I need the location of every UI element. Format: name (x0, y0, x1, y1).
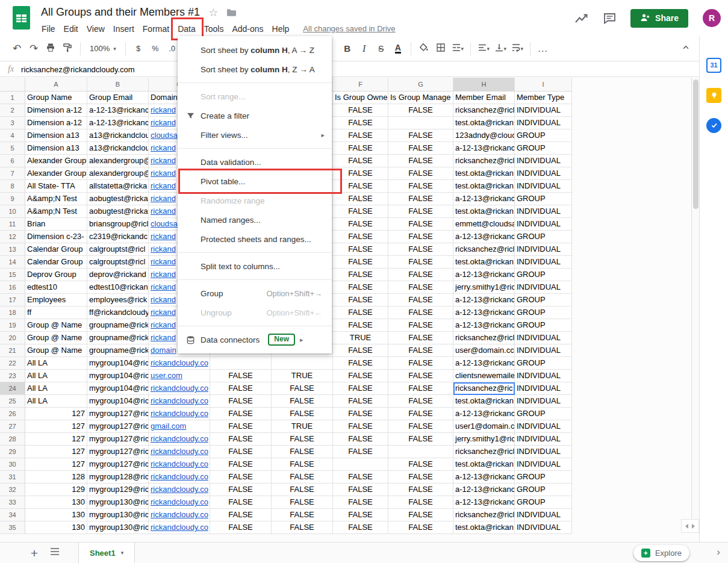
menu-item-protected-sheets-and-ranges[interactable]: Protected sheets and ranges... (178, 229, 332, 249)
cell-A10[interactable]: A&amp;N Test (25, 205, 87, 218)
cell-H23[interactable]: clientsnewemaile (453, 370, 515, 382)
menu-tools[interactable]: Tools (200, 23, 228, 35)
cell-A28[interactable]: 127 (25, 433, 87, 446)
select-all-corner[interactable] (0, 78, 25, 92)
print-button[interactable] (42, 40, 59, 57)
cell-I24[interactable]: INDIVIDUAL (515, 382, 572, 395)
cell-B22[interactable]: mygroup104@ric (87, 357, 149, 370)
collapse-toolbar-button[interactable] (677, 40, 694, 57)
row-header-17[interactable]: 17 (0, 294, 25, 306)
cell-G22[interactable]: FALSE (388, 357, 453, 370)
tasks-icon[interactable] (706, 117, 723, 134)
cell-B25[interactable]: mygroup104@ric (87, 395, 149, 408)
cell-I23[interactable]: INDIVIDUAL (515, 370, 572, 382)
cell-H22[interactable]: a-12-13@rickanc (453, 357, 515, 370)
cell-D29[interactable]: FALSE (210, 446, 272, 458)
cell-H31[interactable]: a-12-13@rickanc (453, 471, 515, 484)
cell-B18[interactable]: ff@rickandcloudy (87, 306, 149, 319)
cell-F18[interactable]: FALSE (333, 306, 388, 319)
cell-E25[interactable]: FALSE (272, 395, 333, 408)
cell-F34[interactable]: FALSE (333, 509, 388, 521)
row-header-34[interactable]: 34 (0, 509, 25, 521)
cell-D25[interactable]: FALSE (210, 395, 272, 408)
all-sheets-button[interactable] (47, 545, 63, 561)
cell-H18[interactable]: a-12-13@rickanc (453, 306, 515, 319)
cell-B19[interactable]: groupname@rick (87, 319, 149, 332)
cell-A33[interactable]: 130 (25, 496, 87, 509)
formula-input[interactable]: ricksanchez@rickandcloudy.com (21, 65, 699, 74)
cell-I19[interactable]: GROUP (515, 319, 572, 332)
cell-E24[interactable]: FALSE (272, 382, 333, 395)
cell-C29[interactable]: rickandcloudy.co (149, 446, 210, 458)
document-title[interactable]: All Groups and their Members #1 (41, 6, 200, 19)
cell-G3[interactable] (388, 117, 453, 129)
cell-D34[interactable]: FALSE (210, 509, 272, 521)
row-header-19[interactable]: 19 (0, 319, 25, 332)
cell-G1[interactable]: Is Group Manage (388, 92, 453, 104)
cell-I5[interactable]: GROUP (515, 142, 572, 155)
menu-item-create-filter[interactable]: Create a filter (178, 106, 332, 125)
menu-item-data-connectors[interactable]: Data connectorsNew▸ (178, 330, 332, 349)
row-header-10[interactable]: 10 (0, 205, 25, 218)
cell-F6[interactable]: FALSE (333, 155, 388, 167)
cell-H9[interactable]: a-12-13@rickanc (453, 193, 515, 205)
menu-item-sort-sheet-az[interactable]: Sort sheet by column H, A → Z (178, 40, 332, 60)
fill-color-button[interactable] (415, 40, 432, 57)
cell-B7[interactable]: alexandergroup@ (87, 167, 149, 180)
cell-B34[interactable]: mygroup130@ric (87, 509, 149, 521)
horizontal-align-button[interactable]: ▾ (475, 40, 492, 57)
cell-I35[interactable]: INDIVIDUAL (515, 521, 572, 534)
cell-I3[interactable]: INDIVIDUAL (515, 117, 572, 129)
cell-A22[interactable]: All LA (25, 357, 87, 370)
vertical-align-button[interactable]: ▾ (492, 40, 509, 57)
cell-E30[interactable]: FALSE (272, 458, 333, 471)
cell-F22[interactable]: FALSE (333, 357, 388, 370)
cell-A34[interactable]: 130 (25, 509, 87, 521)
cell-E35[interactable]: FALSE (272, 521, 333, 534)
cell-B23[interactable]: mygroup104@ric (87, 370, 149, 382)
scroll-right-icon[interactable] (692, 524, 695, 529)
cell-G14[interactable]: FALSE (388, 256, 453, 269)
cell-B27[interactable]: mygroup127@ric (87, 420, 149, 433)
column-header-A[interactable]: A (25, 78, 87, 92)
cell-A13[interactable]: Calendar Group (25, 243, 87, 256)
row-header-8[interactable]: 8 (0, 180, 25, 193)
cell-D22[interactable] (210, 357, 272, 370)
undo-button[interactable]: ↶ (8, 40, 25, 57)
strikethrough-button[interactable]: S (373, 40, 390, 57)
cell-C25[interactable]: rickandcloudy.co (149, 395, 210, 408)
row-header-28[interactable]: 28 (0, 433, 25, 446)
cell-E22[interactable] (272, 357, 333, 370)
keep-icon[interactable] (706, 87, 723, 104)
cell-F17[interactable]: FALSE (333, 294, 388, 306)
cell-H5[interactable]: a-12-13@rickanc (453, 142, 515, 155)
row-header-13[interactable]: 13 (0, 243, 25, 256)
cell-E27[interactable]: TRUE (272, 420, 333, 433)
cell-B28[interactable]: mygroup127@ric (87, 433, 149, 446)
cell-H14[interactable]: test.okta@rickan (453, 256, 515, 269)
star-icon[interactable]: ☆ (208, 7, 218, 18)
row-header-35[interactable]: 35 (0, 521, 25, 534)
cell-I33[interactable]: GROUP (515, 496, 572, 509)
cell-G17[interactable]: FALSE (388, 294, 453, 306)
cell-G20[interactable]: FALSE (388, 332, 453, 344)
cell-C30[interactable]: rickandcloudy.co (149, 458, 210, 471)
cell-I13[interactable]: INDIVIDUAL (515, 243, 572, 256)
scroll-tabs-right-icon[interactable]: › (717, 546, 720, 558)
row-header-25[interactable]: 25 (0, 395, 25, 408)
cell-H32[interactable]: a-12-13@rickanc (453, 484, 515, 496)
menu-item-data-validation[interactable]: Data validation... (178, 152, 332, 172)
paint-format-button[interactable] (59, 40, 76, 57)
cell-D27[interactable]: FALSE (210, 420, 272, 433)
cell-H35[interactable]: test.okta@rickan (453, 521, 515, 534)
cell-H3[interactable]: test.okta@rickan (453, 117, 515, 129)
cell-C35[interactable]: rickandcloudy.co (149, 521, 210, 534)
cell-C26[interactable]: rickandcloudy.co (149, 408, 210, 420)
cell-A6[interactable]: Alexander Group (25, 155, 87, 167)
cell-C27[interactable]: gmail.com (149, 420, 210, 433)
row-header-12[interactable]: 12 (0, 231, 25, 243)
cell-B2[interactable]: a-12-13@rickanc (87, 104, 149, 117)
cell-B15[interactable]: deprov@rickand (87, 269, 149, 281)
cell-A17[interactable]: Employees (25, 294, 87, 306)
menu-item-split-text-to-columns[interactable]: Split text to columns... (178, 257, 332, 276)
